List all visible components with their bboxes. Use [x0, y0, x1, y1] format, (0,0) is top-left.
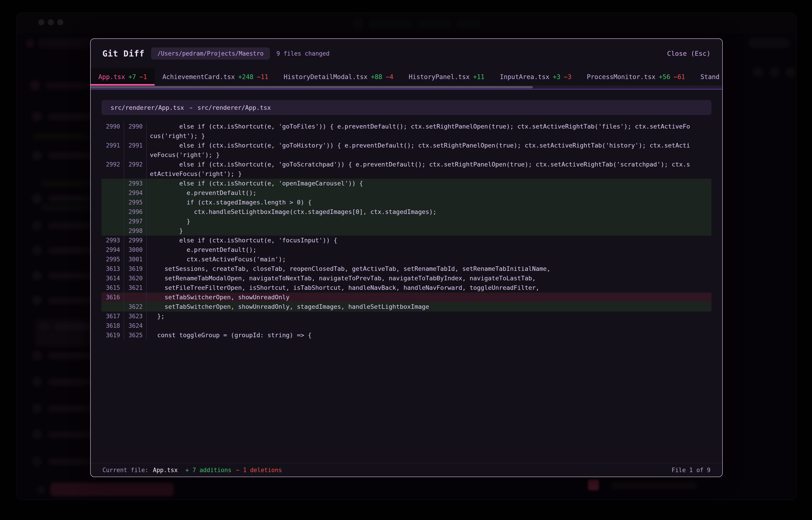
new-line-number: 2992 — [124, 160, 147, 179]
code-line: setRenameTabModalOpen, navigateToNextTab… — [147, 274, 711, 283]
diff-row: 2994 e.preventDefault(); — [101, 188, 711, 198]
diff-row: 3619 3625 const toggleGroup = (groupId: … — [101, 331, 711, 340]
new-line-number: 2993 — [124, 179, 147, 188]
code-line: ctx.handleSetLightboxImage(ctx.stagedIma… — [147, 207, 711, 217]
diff-file-tab-processmonitor-tsx[interactable]: ProcessMonitor.tsx +56 −61 — [579, 68, 693, 86]
new-line-number: 2994 — [124, 188, 147, 198]
new-line-number: 3621 — [124, 283, 147, 292]
close-button[interactable]: Close (Esc) — [667, 50, 711, 57]
new-line-number: 3619 — [124, 264, 147, 274]
code-line: setTabSwitcherOpen, showUnreadOnly, stag… — [147, 302, 711, 312]
old-line-number — [101, 198, 124, 207]
diff-file-tab-achievementcard-tsx[interactable]: AchievementCard.tsx +248 −11 — [155, 68, 276, 86]
tab-additions: +248 — [238, 73, 253, 81]
tab-deletions: −61 — [674, 73, 685, 81]
tabs-scrollbar-track[interactable] — [91, 86, 722, 89]
tab-additions: +11 — [473, 73, 485, 81]
arrow-right-icon: → — [189, 104, 192, 111]
tab-file-name: HistoryDetailModal.tsx — [284, 73, 368, 81]
footer-deletions: − 1 deletions — [236, 467, 282, 473]
old-line-number: 2995 — [101, 255, 124, 264]
new-line-number: 3001 — [124, 255, 147, 264]
file-path-to: src/renderer/App.tsx — [197, 104, 271, 111]
old-line-number: 3619 — [101, 331, 124, 340]
tab-additions: +3 — [553, 73, 560, 81]
code-line: if (ctx.stagedImages.length > 0) { — [147, 198, 711, 207]
diff-row: 2996 ctx.handleSetLightboxImage(ctx.stag… — [101, 207, 711, 217]
new-line-number: 3624 — [124, 321, 147, 331]
old-line-number: 2993 — [101, 236, 124, 245]
diff-row: 2995 if (ctx.stagedImages.length > 0) { — [101, 198, 711, 207]
diff-row: 2993 else if (ctx.isShortcut(e, 'openIma… — [101, 179, 711, 188]
tab-additions: +7 — [128, 73, 136, 81]
diff-file-tab-inputarea-tsx[interactable]: InputArea.tsx +3 −3 — [492, 68, 579, 86]
old-line-number: 3615 — [101, 283, 124, 292]
footer-additions: + 7 additions — [186, 467, 231, 473]
new-line-number: 3622 — [124, 302, 147, 312]
tab-additions: +56 — [659, 73, 670, 81]
old-line-number: 2991 — [101, 141, 124, 160]
code-line: e.preventDefault(); — [147, 188, 711, 198]
diff-row: 3618 3624 — [101, 321, 711, 331]
code-line: e.preventDefault(); — [147, 245, 711, 255]
code-line: ctx.setActiveFocus('main'); — [147, 255, 711, 264]
code-line: }; — [147, 312, 711, 321]
diff-file-tab-stand[interactable]: Stand — [693, 68, 722, 86]
old-line-number — [101, 188, 124, 198]
tab-deletions: −3 — [564, 73, 571, 81]
tab-file-name: InputArea.tsx — [500, 73, 549, 81]
old-line-number: 3617 — [101, 312, 124, 321]
tabs-scrollbar-thumb[interactable] — [91, 86, 533, 88]
diff-row: 2994 3000 e.preventDefault(); — [101, 245, 711, 255]
git-diff-header: Git Diff /Users/pedram/Projects/Maestro … — [91, 39, 722, 68]
code-line: setTabSwitcherOpen, showUnreadOnly — [147, 292, 711, 302]
code-line: else if (ctx.isShortcut(e, 'goToHistory'… — [147, 141, 711, 160]
old-line-number: 3614 — [101, 274, 124, 283]
new-line-number: 2991 — [124, 141, 147, 160]
new-line-number: 2998 — [124, 226, 147, 236]
diff-row: 2995 3001 ctx.setActiveFocus('main'); — [101, 255, 711, 264]
tab-file-name: ProcessMonitor.tsx — [587, 73, 655, 81]
tab-file-name: App.tsx — [98, 73, 125, 81]
tab-deletions: −1 — [140, 73, 147, 81]
code-line: else if (ctx.isShortcut(e, 'goToScratchp… — [147, 160, 711, 179]
diff-row: 3622 setTabSwitcherOpen, showUnreadOnly,… — [101, 302, 711, 312]
new-line-number: 2997 — [124, 217, 147, 226]
diff-row: 2998 } — [101, 226, 711, 236]
diff-file-tab-historypanel-tsx[interactable]: HistoryPanel.tsx +11 — [401, 68, 492, 86]
git-diff-title: Git Diff — [102, 49, 144, 58]
code-line: const toggleGroup = (groupId: string) =>… — [147, 331, 711, 340]
new-line-number: 2996 — [124, 207, 147, 217]
old-line-number — [101, 207, 124, 217]
diff-file-tab-historydetailmodal-tsx[interactable]: HistoryDetailModal.tsx +88 −4 — [276, 68, 401, 86]
new-line-number: 3625 — [124, 331, 147, 340]
diff-row: 2993 2999 else if (ctx.isShortcut(e, 'fo… — [101, 236, 711, 245]
tab-additions: +88 — [371, 73, 383, 81]
code-line — [147, 321, 711, 331]
files-changed-count: 9 files changed — [276, 50, 329, 57]
file-path-from: src/renderer/App.tsx — [110, 104, 184, 111]
git-diff-modal: Git Diff /Users/pedram/Projects/Maestro … — [90, 38, 723, 477]
code-line: setSessions, createTab, closeTab, reopen… — [147, 264, 711, 274]
code-line: } — [147, 226, 711, 236]
file-rename-header: src/renderer/App.tsx → src/renderer/App.… — [101, 100, 711, 115]
diff-row: 3613 3619 setSessions, createTab, closeT… — [101, 264, 711, 274]
new-line-number — [124, 292, 147, 302]
diff-row: 3617 3623 }; — [101, 312, 711, 321]
code-line: } — [147, 217, 711, 226]
diff-row: 2991 2991 else if (ctx.isShortcut(e, 'go… — [101, 141, 711, 160]
old-line-number — [101, 217, 124, 226]
old-line-number: 2994 — [101, 245, 124, 255]
code-line: else if (ctx.isShortcut(e, 'openImageCar… — [147, 179, 711, 188]
old-line-number: 2992 — [101, 160, 124, 179]
new-line-number: 3620 — [124, 274, 147, 283]
file-tabs-bar: App.tsx +7 −1 AchievementCard.tsx +248 −… — [91, 68, 722, 90]
old-line-number — [101, 179, 124, 188]
diff-file-tab-app-tsx[interactable]: App.tsx +7 −1 — [91, 68, 155, 86]
old-line-number — [101, 226, 124, 236]
code-line: setFileTreeFilterOpen, isShortcut, isTab… — [147, 283, 711, 292]
tab-deletions: −11 — [257, 73, 268, 81]
old-line-number: 3613 — [101, 264, 124, 274]
diff-file-tabs: App.tsx +7 −1 AchievementCard.tsx +248 −… — [91, 68, 722, 86]
current-file-label: Current file: — [102, 467, 149, 473]
